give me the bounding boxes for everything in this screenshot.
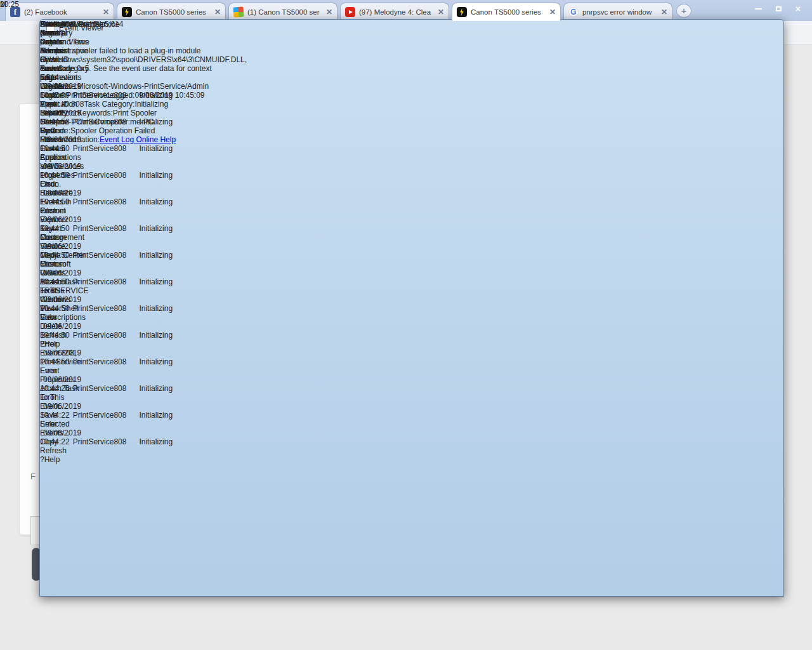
- event-id-cell: 808: [114, 224, 131, 233]
- browser-tab-strip: f(2) Facebook✕Canon TS5000 series✕(1) Ca…: [0, 0, 812, 21]
- action-item-label: Refresh: [40, 331, 67, 340]
- event-id-cell: 808: [114, 411, 131, 420]
- actions-section-header[interactable]: Event 808, PrintService: [40, 348, 81, 366]
- browser-minimize-button[interactable]: [755, 8, 762, 10]
- browser-window-controls: ×: [730, 0, 812, 17]
- action-item[interactable]: Attach Task To This Event...: [40, 384, 81, 411]
- task-category-cell: Initializing: [131, 277, 173, 286]
- browser-tab[interactable]: Canon TS5000 series✕: [117, 3, 226, 21]
- tab-title: (97) Melodyne 4: Clea: [359, 8, 434, 16]
- action-item[interactable]: Open Saved Log...: [40, 55, 81, 82]
- tab-title: pnrpsvc error window: [582, 8, 657, 16]
- tab-close-icon[interactable]: ✕: [661, 8, 667, 17]
- action-item[interactable]: Attach Task To This Custom Vie...: [40, 277, 81, 313]
- event-id-cell: 808: [114, 277, 131, 286]
- action-item[interactable]: Import Custom View...: [40, 109, 81, 135]
- event-id-cell: 808: [114, 384, 131, 393]
- action-item-label: Save All Events in Custom View ...: [40, 189, 71, 224]
- browser-maximize-button[interactable]: [776, 6, 782, 11]
- windows-icon: [233, 6, 244, 17]
- field-label: Computer:: [95, 117, 130, 126]
- tab-close-icon[interactable]: ✕: [549, 8, 556, 17]
- event-id-cell: 808: [114, 251, 131, 260]
- task-category-cell: Initializing: [131, 331, 173, 340]
- event-viewer-window: Event Viewer FileActionViewHelp ? Event …: [39, 19, 784, 597]
- field-label: Keywords:: [77, 109, 113, 117]
- field-value: 09/06/2019 10:45:09: [134, 91, 204, 100]
- action-item[interactable]: Delete: [40, 322, 81, 331]
- help-icon: ?: [40, 340, 44, 348]
- screen: { "colors": { "taskbar_blue": "#2c60ae",…: [0, 0, 812, 650]
- task-category-cell: Initializing: [131, 171, 173, 180]
- task-category-cell: Initializing: [131, 197, 173, 206]
- field-value: Microsoft-Windows-PrintService/Admin: [77, 82, 209, 91]
- action-item-label: Event Properties: [40, 366, 75, 384]
- task-category-cell: Initializing: [131, 144, 173, 153]
- task-category-cell: Initializing: [131, 384, 173, 393]
- action-item-label: Copy Custom View...: [40, 251, 66, 277]
- action-item-label: Help: [44, 340, 60, 348]
- action-item-label: Properties: [40, 171, 75, 180]
- action-item[interactable]: Properties: [40, 171, 81, 180]
- task-category-cell: Initializing: [131, 304, 173, 313]
- action-item[interactable]: Find...: [40, 180, 81, 189]
- event-id-cell: 808: [114, 144, 131, 153]
- action-item-label: Help: [44, 455, 60, 464]
- action-item[interactable]: Create Custom View...: [40, 82, 81, 109]
- action-item[interactable]: Copy Custom View...: [40, 251, 81, 277]
- event-id-cell: 808: [114, 357, 131, 366]
- action-item-label: Filter Current Custom View...: [40, 135, 66, 171]
- action-item[interactable]: Refresh: [40, 446, 81, 455]
- action-item[interactable]: Export Custom View...: [40, 224, 81, 251]
- action-item[interactable]: Copy: [40, 437, 81, 446]
- browser-tab[interactable]: Canon TS5000 series✕: [452, 3, 561, 21]
- taskbar-clock[interactable]: 20:25: [0, 0, 19, 9]
- field-label: Task Category:: [84, 100, 134, 109]
- tab-close-icon[interactable]: ✕: [103, 8, 109, 17]
- browser-tab[interactable]: (97) Melodyne 4: Clea✕: [340, 3, 449, 21]
- action-item[interactable]: View: [40, 313, 81, 322]
- browser-tab[interactable]: f(2) Facebook✕: [5, 3, 114, 21]
- field-value: me-PC: [130, 117, 154, 126]
- task-category-cell: Initializing: [131, 224, 173, 233]
- field-value: Print Spooler: [113, 109, 157, 117]
- event-id-cell: 808: [114, 171, 131, 180]
- tab-title: Canon TS5000 series: [136, 8, 211, 16]
- actions-pane: Actions Summary page eventsOpen Saved Lo…: [40, 20, 81, 464]
- action-item[interactable]: ?Help: [40, 340, 81, 348]
- browser-tab[interactable]: Gpnrpsvc error window✕: [563, 3, 672, 21]
- google-icon: G: [568, 7, 579, 17]
- action-item-label: Import Custom View...: [40, 109, 66, 135]
- action-item-label: Attach Task To This Custom Vie...: [40, 277, 79, 313]
- event-id-cell: 808: [114, 331, 131, 340]
- event-id-cell: 808: [114, 197, 131, 206]
- action-item-label: Find...: [40, 180, 61, 189]
- action-item[interactable]: Refresh: [40, 331, 81, 340]
- tab-title: (1) Canon TS5000 ser: [247, 8, 322, 16]
- new-tab-button[interactable]: +: [676, 4, 691, 18]
- help-icon: ?: [40, 455, 44, 464]
- task-category-cell: Initializing: [131, 357, 173, 366]
- action-item[interactable]: Save All Events in Custom View ...: [40, 189, 81, 224]
- action-item-label: Open Saved Log...: [40, 55, 62, 82]
- action-item-label: Refresh: [40, 446, 67, 455]
- tab-close-icon[interactable]: ✕: [326, 8, 332, 17]
- action-item[interactable]: ?Help: [40, 455, 81, 464]
- tab-close-icon[interactable]: ✕: [214, 8, 221, 17]
- action-item-label: Attach Task To This Event...: [40, 384, 79, 411]
- tab-close-icon[interactable]: ✕: [438, 8, 444, 17]
- webpage-side-panel: [19, 103, 41, 535]
- field-value: Initializing: [134, 100, 168, 109]
- action-item-label: Create Custom View...: [40, 82, 66, 109]
- browser-tab[interactable]: (1) Canon TS5000 ser✕: [228, 3, 337, 21]
- field-label: Logged:: [107, 91, 134, 100]
- event-log-online-help-link[interactable]: Event Log Online Help: [100, 135, 176, 144]
- action-item-label: Export Custom View...: [40, 224, 66, 251]
- browser-close-button[interactable]: ×: [796, 6, 801, 12]
- actions-section-header[interactable]: Summary page events: [40, 29, 81, 55]
- task-category-cell: Initializing: [131, 411, 173, 420]
- action-item[interactable]: Filter Current Custom View...: [40, 135, 81, 171]
- action-item[interactable]: Event Properties: [40, 366, 81, 384]
- lightning-icon: [122, 7, 132, 17]
- action-item[interactable]: Save Selected Events...: [40, 411, 81, 437]
